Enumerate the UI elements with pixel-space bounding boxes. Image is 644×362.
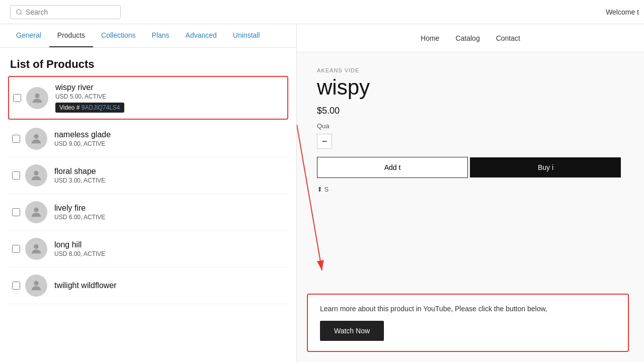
svg-point-4: [34, 171, 38, 175]
svg-point-0: [17, 9, 21, 14]
product-item-6[interactable]: twilight wildflower: [8, 267, 288, 304]
product-name-4: lively fire: [54, 204, 284, 213]
product-meta-4: USD 6.00, ACTIVE: [54, 214, 284, 221]
search-icon: [16, 9, 23, 16]
svg-point-7: [34, 281, 38, 286]
product-item-4[interactable]: lively fire USD 6.00, ACTIVE: [8, 194, 288, 231]
product-info-6: twilight wildflower: [54, 281, 284, 290]
product-checkbox-6[interactable]: [12, 282, 20, 290]
quantity-label: Qua: [317, 122, 624, 130]
share-area: ⬆ S: [317, 186, 624, 193]
yt-callout-text: Learn more about this product in YouTube…: [320, 305, 616, 313]
product-checkbox-2[interactable]: [12, 135, 20, 143]
watch-now-button[interactable]: Watch Now: [320, 321, 384, 341]
product-item-5[interactable]: long hill USD 8.00, ACTIVE: [8, 231, 288, 267]
tab-plans[interactable]: Plans: [144, 24, 178, 47]
product-checkbox-5[interactable]: [12, 245, 20, 253]
product-meta-5: USD 8.00, ACTIVE: [54, 250, 284, 257]
video-link-1[interactable]: 9ADJIQ74LS4: [82, 104, 120, 111]
welcome-text: Welcome t: [606, 8, 644, 16]
video-badge-1: Video # 9ADJIQ74LS4: [55, 103, 124, 113]
product-checkbox-1[interactable]: [13, 94, 21, 102]
product-name-3: floral shape: [54, 167, 284, 176]
product-meta-2: USD 9.00, ACTIVE: [54, 140, 284, 147]
avatar-1: [26, 87, 48, 109]
svg-point-2: [35, 93, 39, 98]
tabs: General Products Collections Plans Advan…: [0, 24, 296, 48]
tab-general[interactable]: General: [8, 24, 49, 47]
nav-catalog[interactable]: Catalog: [455, 34, 479, 42]
qty-decrease-btn[interactable]: −: [317, 134, 332, 149]
youtube-callout: Learn more about this product in YouTube…: [307, 294, 629, 352]
tab-advanced[interactable]: Advanced: [178, 24, 225, 47]
avatar-2: [25, 128, 47, 150]
product-checkbox-4[interactable]: [12, 208, 20, 216]
product-list: wispy river USD 5.00, ACTIVE Video # 9AD…: [0, 76, 296, 362]
product-title-big: wispy: [317, 75, 624, 100]
top-bar: Welcome t: [0, 0, 644, 24]
avatar-6: [25, 275, 47, 297]
svg-point-5: [34, 208, 38, 212]
nav-home[interactable]: Home: [421, 34, 439, 42]
search-input[interactable]: [26, 8, 115, 16]
tab-collections[interactable]: Collections: [93, 24, 143, 47]
product-name-5: long hill: [54, 240, 284, 249]
product-info-5: long hill USD 8.00, ACTIVE: [54, 240, 284, 257]
tab-uninstall[interactable]: Uninstall: [225, 24, 268, 47]
product-item-3[interactable]: floral shape USD 3.00, ACTIVE: [8, 157, 288, 194]
main-layout: General Products Collections Plans Advan…: [0, 24, 644, 362]
buy-now-button[interactable]: Buy i: [470, 157, 621, 177]
right-panel: Home Catalog Contact AKEANS VIDE wispy $…: [297, 24, 644, 362]
product-item-1[interactable]: wispy river USD 5.00, ACTIVE Video # 9AD…: [8, 76, 288, 120]
store-nav: Home Catalog Contact: [297, 24, 644, 52]
avatar-5: [25, 238, 47, 260]
search-box[interactable]: [10, 5, 121, 19]
nav-contact[interactable]: Contact: [496, 34, 520, 42]
svg-point-6: [34, 244, 38, 249]
product-name-6: twilight wildflower: [54, 281, 284, 290]
product-name-2: nameless glade: [54, 130, 284, 139]
left-panel: General Products Collections Plans Advan…: [0, 24, 297, 362]
product-price: $5.00: [317, 106, 624, 116]
product-info-1: wispy river USD 5.00, ACTIVE Video # 9AD…: [55, 83, 283, 113]
product-info-2: nameless glade USD 9.00, ACTIVE: [54, 130, 284, 147]
product-item-2[interactable]: nameless glade USD 9.00, ACTIVE: [8, 121, 288, 157]
tab-products[interactable]: Products: [49, 24, 93, 47]
avatar-3: [25, 164, 47, 187]
product-meta-3: USD 3.00, ACTIVE: [54, 177, 284, 184]
avatar-4: [25, 201, 47, 223]
product-brand: AKEANS VIDE: [317, 67, 624, 73]
product-info-4: lively fire USD 6.00, ACTIVE: [54, 204, 284, 221]
product-checkbox-3[interactable]: [12, 171, 20, 179]
svg-point-3: [34, 134, 38, 139]
quantity-control: −: [317, 134, 624, 149]
product-name-1: wispy river: [55, 83, 283, 92]
list-header: List of Products: [0, 48, 296, 76]
video-label: Video #: [59, 104, 82, 111]
add-to-cart-button[interactable]: Add t: [317, 157, 468, 178]
svg-line-1: [21, 13, 22, 15]
product-meta-1: USD 5.00, ACTIVE: [55, 93, 283, 100]
product-info-3: floral shape USD 3.00, ACTIVE: [54, 167, 284, 184]
